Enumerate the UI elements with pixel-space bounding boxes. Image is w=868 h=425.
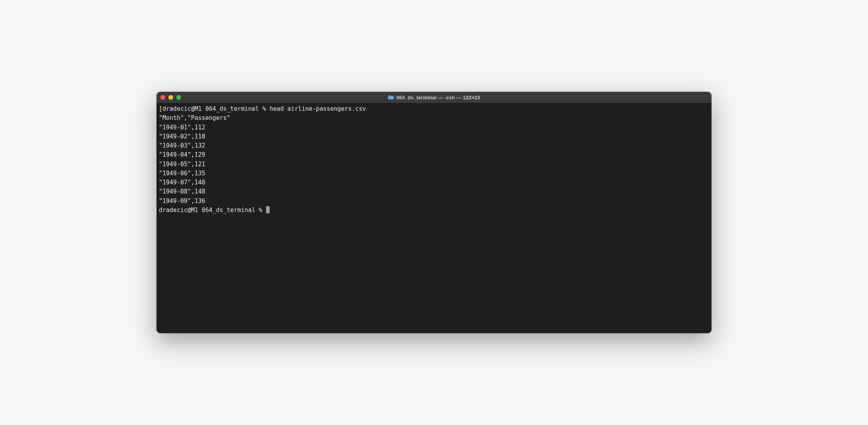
shell-prompt: dradecic@M1 064_ds_terminal % — [159, 207, 266, 214]
command-line: [dradecic@M1 064_ds_terminal % head airl… — [159, 104, 709, 114]
shell-prompt: dradecic@M1 064_ds_terminal % — [162, 105, 270, 112]
output-line: "1949-03",132 — [159, 141, 709, 150]
titlebar[interactable]: 064_ds_terminal — -zsh — 122×23 — [157, 92, 711, 103]
prompt-line: dradecic@M1 064_ds_terminal % — [159, 206, 709, 215]
folder-icon — [388, 95, 394, 100]
output-line: "1949-01",112 — [159, 123, 709, 132]
output-line: "1949-02",118 — [159, 132, 709, 141]
output-line: "1949-08",148 — [159, 187, 709, 196]
output-line: "Month","Passengers" — [159, 114, 709, 123]
prompt-bracket: [ — [159, 105, 162, 112]
terminal-body[interactable]: [dradecic@M1 064_ds_terminal % head airl… — [157, 103, 711, 333]
output-line: "1949-06",135 — [159, 169, 709, 178]
traffic-lights — [160, 95, 181, 100]
output-line: "1949-07",148 — [159, 178, 709, 187]
terminal-window: 064_ds_terminal — -zsh — 122×23 [dradeci… — [157, 92, 711, 333]
command-text: head airline-passengers.csv — [270, 105, 366, 112]
output-line: "1949-05",121 — [159, 160, 709, 169]
close-button[interactable] — [160, 95, 165, 100]
maximize-button[interactable] — [176, 95, 181, 100]
minimize-button[interactable] — [168, 95, 173, 100]
output-line: "1949-04",129 — [159, 150, 709, 159]
cursor — [266, 206, 270, 213]
window-title-text: 064_ds_terminal — -zsh — 122×23 — [396, 95, 480, 101]
output-line: "1949-09",136 — [159, 197, 709, 206]
window-title: 064_ds_terminal — -zsh — 122×23 — [388, 95, 480, 101]
